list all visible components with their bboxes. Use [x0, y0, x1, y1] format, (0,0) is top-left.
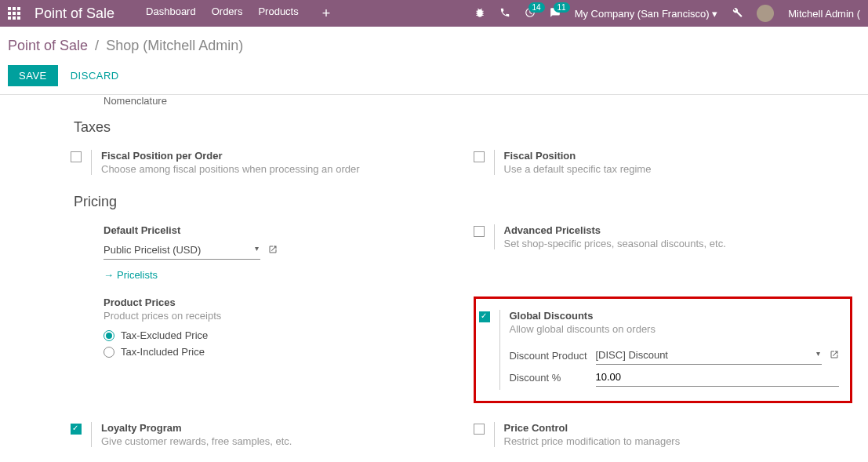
fiscal-position-checkbox[interactable] — [474, 151, 485, 162]
discount-pc-label: Discount % — [510, 372, 596, 384]
default-pricelist-select[interactable]: Public Pricelist (USD) — [104, 241, 260, 260]
loyalty-desc: Give customer rewards, free samples, etc… — [101, 435, 450, 447]
action-bar: SAVE DISCARD — [0, 60, 868, 95]
radio-icon — [104, 330, 114, 341]
tools-icon[interactable] — [732, 7, 743, 20]
user-name[interactable]: Mitchell Admin ( — [788, 8, 860, 20]
discard-button[interactable]: DISCARD — [71, 70, 119, 82]
breadcrumb: Point of Sale / Shop (Mitchell Admin) — [0, 27, 868, 60]
discount-product-label: Discount Product — [510, 350, 596, 362]
nav-dashboard[interactable]: Dashboard — [146, 5, 196, 22]
product-prices-desc: Product prices on receipts — [104, 310, 450, 322]
global-discounts-title: Global Discounts — [510, 310, 840, 322]
global-discounts-highlight: Global Discounts Allow global discounts … — [474, 296, 853, 403]
nomenclature-label: Nomenclature — [71, 95, 852, 107]
loyalty-checkbox[interactable] — [71, 424, 82, 435]
discount-pc-input[interactable] — [596, 368, 840, 387]
taxes-heading: Taxes — [71, 119, 852, 136]
company-selector[interactable]: My Company (San Francisco) ▾ — [575, 8, 718, 20]
activity-icon[interactable]: 14 — [525, 7, 536, 20]
plus-icon[interactable]: + — [322, 5, 331, 22]
tax-excluded-radio[interactable]: Tax-Excluded Price — [104, 329, 450, 341]
fiscal-per-order-checkbox[interactable] — [71, 151, 82, 162]
nav-orders[interactable]: Orders — [212, 5, 243, 22]
fiscal-position-desc: Use a default specific tax regime — [504, 163, 853, 175]
nav-products[interactable]: Products — [258, 5, 298, 22]
pricelists-link[interactable]: → Pricelists — [104, 269, 158, 281]
loyalty-title: Loyalty Program — [101, 422, 450, 434]
bug-icon[interactable] — [474, 7, 485, 20]
fiscal-per-order-title: Fiscal Position per Order — [101, 150, 450, 162]
price-control-checkbox[interactable] — [474, 424, 485, 435]
advanced-pricelists-checkbox[interactable] — [474, 226, 485, 237]
pricing-heading: Pricing — [71, 194, 852, 210]
tax-included-radio[interactable]: Tax-Included Price — [104, 346, 450, 358]
messages-badge: 11 — [554, 2, 570, 13]
phone-icon[interactable] — [499, 7, 510, 20]
global-discounts-desc: Allow global discounts on orders — [510, 323, 840, 335]
default-pricelist-label: Default Pricelist — [104, 224, 450, 236]
external-link-icon[interactable] — [268, 245, 278, 256]
top-navbar: Point of Sale Dashboard Orders Products … — [0, 0, 868, 27]
price-control-desc: Restrict price modification to managers — [504, 435, 853, 447]
discount-product-select[interactable]: [DISC] Discount — [596, 346, 823, 365]
avatar[interactable] — [757, 5, 774, 22]
save-button[interactable]: SAVE — [8, 65, 58, 86]
app-title: Point of Sale — [35, 5, 114, 22]
fiscal-position-title: Fiscal Position — [504, 150, 853, 162]
apps-icon[interactable] — [8, 7, 20, 20]
price-control-title: Price Control — [504, 422, 853, 434]
global-discounts-checkbox[interactable] — [479, 311, 490, 322]
messages-icon[interactable]: 11 — [550, 7, 561, 20]
fiscal-per-order-desc: Choose among fiscal positions when proce… — [101, 163, 450, 175]
product-prices-title: Product Prices — [104, 296, 450, 308]
activity-badge: 14 — [528, 2, 545, 13]
radio-icon — [104, 347, 114, 358]
arrow-right-icon: → — [104, 269, 114, 281]
external-link-icon[interactable] — [830, 350, 839, 362]
advanced-pricelists-desc: Set shop-specific prices, seasonal disco… — [504, 238, 853, 249]
breadcrumb-current: Shop (Mitchell Admin) — [106, 38, 243, 53]
advanced-pricelists-title: Advanced Pricelists — [504, 224, 853, 236]
breadcrumb-root[interactable]: Point of Sale — [8, 38, 88, 53]
